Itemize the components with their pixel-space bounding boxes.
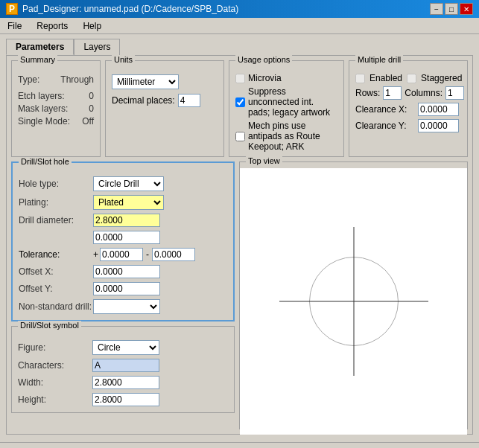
units-select-row: Millimeter Inch [112, 74, 218, 89]
type-value: Through [60, 74, 94, 85]
microvia-checkbox[interactable] [235, 74, 245, 83]
plating-row: Plating: Plated Non-Plated [19, 195, 227, 210]
mech-label: Mech pins use antipads as Route Keepout;… [248, 121, 337, 152]
type-label: Type: [18, 74, 39, 85]
figure-select[interactable]: Circle Square X Plus [92, 340, 159, 355]
suppress-label: Suppress unconnected int. pads; legacy a… [248, 86, 337, 118]
close-button[interactable]: ✕ [460, 3, 473, 15]
summary-label: Summary [18, 55, 57, 64]
md-enabled-row: Enabled Staggered [355, 73, 461, 83]
plating-label: Plating: [19, 197, 93, 208]
tabs: Parameters Layers [6, 39, 473, 55]
units-label: Units [112, 55, 135, 64]
columns-input[interactable] [445, 86, 464, 100]
topview-container [240, 168, 467, 435]
multiple-drill-label: Multiple drill [355, 55, 403, 64]
unit-select[interactable]: Millimeter Inch [112, 74, 179, 89]
plating-select[interactable]: Plated Non-Plated [93, 195, 164, 210]
summary-single-row: Single Mode: Off [18, 116, 94, 127]
characters-input[interactable] [92, 359, 159, 372]
multiple-drill-group: Multiple drill Enabled Staggered Rows: C… [349, 60, 468, 157]
drill-slot-label: Drill/Slot hole [19, 157, 72, 166]
clearance-x-label: Clearance X: [355, 104, 415, 115]
menu-help[interactable]: Help [78, 19, 106, 33]
columns-label: Columns: [405, 88, 442, 98]
characters-label: Characters: [18, 360, 92, 371]
tab-parameters[interactable]: Parameters [6, 39, 74, 55]
clearance-y-row: Clearance Y: [355, 119, 461, 132]
summary-type-row: Type: Through [18, 74, 94, 85]
microvia-label: Microvia [248, 73, 282, 83]
non-standard-select[interactable] [93, 299, 160, 314]
offset-x-label: Offset X: [19, 266, 93, 277]
width-row: Width: [18, 376, 228, 389]
minimize-button[interactable]: − [430, 3, 443, 15]
menu-reports[interactable]: Reports [32, 19, 72, 33]
hole-type-select[interactable]: Circle Drill Slot [93, 176, 164, 191]
drill-slot-group: Drill/Slot hole Hole type: Circle Drill … [11, 161, 235, 321]
mech-checkbox[interactable] [235, 132, 245, 141]
drill-secondary-row [19, 231, 227, 244]
tolerance-input2[interactable] [152, 248, 195, 261]
clearance-x-input[interactable] [418, 103, 459, 116]
enabled-checkbox[interactable] [355, 74, 365, 83]
tolerance-row: Tolerance: + - [19, 248, 227, 261]
offset-y-row: Offset Y: [19, 282, 227, 295]
non-standard-label: Non-standard drill: [19, 301, 93, 312]
mask-value: 0 [89, 103, 94, 114]
mech-row: Mech pins use antipads as Route Keepout;… [235, 121, 337, 152]
microvia-row: Microvia [235, 73, 337, 83]
rows-input[interactable] [383, 86, 402, 100]
clearance-y-input[interactable] [418, 119, 459, 132]
topview-group: Top view [239, 161, 468, 429]
summary-mask-row: Mask layers: 0 [18, 103, 94, 114]
decimal-row: Decimal places: [112, 94, 218, 107]
staggered-label: Staggered [421, 73, 462, 83]
drill-diameter-input[interactable] [93, 214, 160, 227]
drill-symbol-label: Drill/Slot symbol [18, 321, 81, 330]
width-input[interactable] [92, 376, 159, 389]
rows-row: Rows: Columns: [355, 86, 461, 100]
offset-y-input[interactable] [93, 282, 160, 295]
staggered-checkbox[interactable] [407, 74, 416, 83]
suppress-checkbox[interactable] [235, 97, 245, 107]
decimal-input[interactable] [178, 94, 200, 107]
tolerance-label: Tolerance: [19, 249, 93, 260]
hole-type-row: Hole type: Circle Drill Slot [19, 176, 227, 191]
hole-type-label: Hole type: [19, 179, 93, 189]
width-label: Width: [18, 377, 92, 388]
mask-label: Mask layers: [18, 103, 68, 114]
status-bar [0, 442, 479, 448]
bottom-section: Drill/Slot hole Hole type: Circle Drill … [11, 161, 468, 429]
single-value: Off [82, 116, 94, 127]
app-icon-text: P [9, 4, 15, 14]
vertical-line [353, 227, 354, 376]
clearance-x-row: Clearance X: [355, 103, 461, 116]
tolerance-input1[interactable] [100, 248, 143, 261]
window-title: Pad_Designer: unnamed.pad (D:/Cadence/SP… [22, 4, 238, 14]
usage-group: Usage options Microvia Suppress unconnec… [229, 60, 344, 157]
height-input[interactable] [92, 393, 159, 406]
offset-x-row: Offset X: [19, 265, 227, 278]
clearance-y-label: Clearance Y: [355, 121, 415, 131]
drill-secondary-input[interactable] [93, 231, 160, 244]
app-icon: P [6, 3, 18, 15]
crosshair-circle [309, 257, 399, 346]
single-label: Single Mode: [18, 116, 70, 127]
tab-layers[interactable]: Layers [74, 39, 120, 55]
figure-row: Figure: Circle Square X Plus [18, 340, 228, 355]
offset-x-input[interactable] [93, 265, 160, 278]
menu-file[interactable]: File [3, 19, 26, 33]
main-content: Parameters Layers Summary Type: Through … [0, 34, 479, 439]
height-label: Height: [18, 394, 92, 405]
tolerance-plus: + [93, 249, 98, 260]
characters-row: Characters: [18, 359, 228, 372]
tolerance-sep: - [146, 249, 149, 260]
summary-etch-row: Etch layers: 0 [18, 91, 94, 101]
units-group: Units Millimeter Inch Decimal places: [105, 60, 224, 157]
drill-symbol-group: Drill/Slot symbol Figure: Circle Square … [11, 326, 235, 413]
maximize-button[interactable]: □ [445, 3, 458, 15]
summary-group: Summary Type: Through Etch layers: 0 Mas… [11, 60, 101, 157]
left-panels: Drill/Slot hole Hole type: Circle Drill … [11, 161, 235, 429]
figure-label: Figure: [18, 342, 92, 353]
